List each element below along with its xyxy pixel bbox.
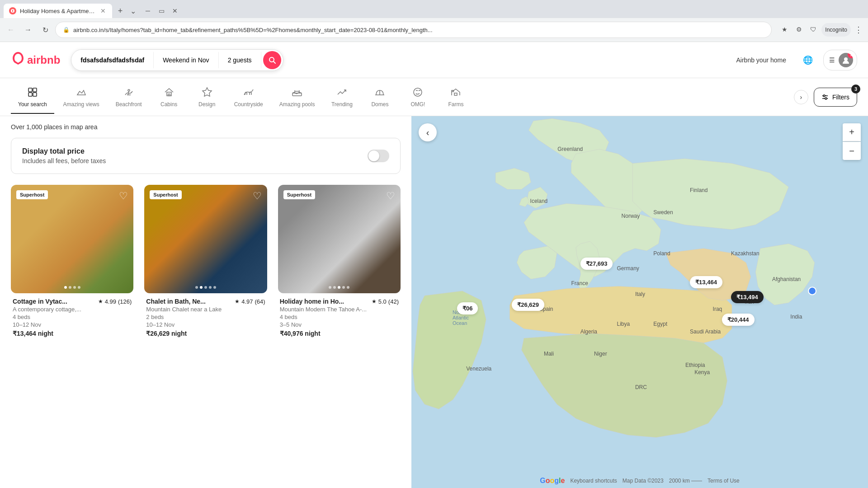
close-btn[interactable]: ✕ — [169, 5, 181, 17]
listing-info: Cottage in Vytac... ★ 4.99 (126) A conte… — [11, 293, 133, 342]
map-label-italy: Italy — [635, 291, 645, 297]
filters-btn[interactable]: Filters 3 — [814, 88, 857, 107]
map-price-tag[interactable]: ₹06 — [457, 302, 478, 314]
map-label-france: France — [571, 280, 588, 286]
category-amazing-views[interactable]: Amazing views — [56, 80, 107, 114]
url-actions: ★ ⚙ 🛡 Incognito ⋮ — [778, 23, 864, 37]
extension-icon[interactable]: ⚙ — [793, 23, 805, 36]
browser-menu-btn[interactable]: ⋮ — [853, 23, 864, 37]
svg-point-8 — [128, 89, 130, 91]
map-label-libya: Libya — [617, 321, 630, 327]
svg-point-23 — [825, 98, 827, 99]
category-design[interactable]: Design — [189, 80, 225, 114]
url-bar[interactable]: 🔒 airbnb.co.in/s/Italy/homes?tab_id=home… — [55, 22, 772, 38]
category-beachfront[interactable]: Beachfront — [108, 80, 149, 114]
listing-card[interactable]: Superhost ♡ Holiday home in Ho... — [278, 185, 401, 342]
hamburger-icon: ☰ — [829, 56, 835, 64]
language-btn[interactable]: 🌐 — [800, 52, 816, 68]
favorite-btn[interactable]: ♡ — [386, 190, 395, 202]
search-button[interactable] — [263, 51, 281, 69]
favorite-btn[interactable]: ♡ — [253, 190, 262, 202]
minimize-btn[interactable]: ─ — [142, 5, 154, 17]
your-search-label: Your search — [18, 101, 47, 108]
image-dot — [69, 286, 71, 289]
map-price-tag[interactable]: ₹26,629 — [512, 299, 544, 311]
cabins-icon — [164, 86, 175, 99]
incognito-label[interactable]: Incognito — [821, 23, 851, 37]
listing-description: Mountain Modern The Tahoe A-... — [280, 306, 399, 313]
host-link[interactable]: Airbnb your home — [730, 52, 793, 68]
refresh-btn[interactable]: ↻ — [38, 23, 52, 37]
header-right: Airbnb your home 🌐 ☰ 1 — [730, 50, 857, 70]
map-price-tag[interactable]: ₹20,444 — [722, 314, 755, 326]
map-price-tag[interactable]: ₹27,693 — [580, 258, 613, 270]
forward-btn[interactable]: → — [21, 23, 35, 37]
category-cabins[interactable]: Cabins — [151, 80, 187, 114]
image-dots — [329, 286, 349, 289]
price-toggle-switch[interactable] — [368, 150, 389, 162]
image-dot — [333, 286, 336, 289]
active-tab[interactable]: Holiday Homes & Apartment Re... ✕ — [4, 4, 112, 18]
window-controls: ─ ▭ ✕ — [142, 5, 181, 17]
listing-price: ₹40,976 night — [280, 330, 399, 337]
svg-point-3 — [844, 57, 848, 61]
search-guests[interactable]: 2 guests — [219, 52, 261, 68]
filters-label: Filters — [832, 94, 849, 101]
maximize-btn[interactable]: ▭ — [155, 5, 168, 17]
terms-link[interactable]: Terms of Use — [708, 478, 740, 484]
shield-icon[interactable]: 🛡 — [807, 23, 820, 36]
back-btn[interactable]: ← — [4, 23, 18, 37]
svg-rect-6 — [28, 93, 32, 96]
favorite-btn[interactable]: ♡ — [119, 190, 128, 202]
map-price-tag[interactable]: ₹13,464 — [690, 276, 722, 288]
listing-dates: 10–12 Nov — [13, 321, 132, 328]
category-farms[interactable]: Farms — [438, 80, 474, 114]
category-countryside[interactable]: Countryside — [227, 80, 270, 114]
category-omg[interactable]: OMG! — [400, 80, 436, 114]
search-location[interactable]: fdsafsdafsdfadsfsdaf — [71, 52, 154, 68]
map-zoom-in-btn[interactable]: + — [843, 123, 861, 141]
user-avatar: 1 — [839, 53, 853, 67]
superhost-badge: Superhost — [150, 190, 181, 199]
map-price-tag-selected[interactable]: ₹13,494 — [731, 291, 764, 303]
beachfront-label: Beachfront — [116, 101, 142, 108]
listing-beds: 4 beds — [13, 314, 132, 320]
bookmark-icon[interactable]: ★ — [778, 23, 791, 36]
map-label-drc: DRC — [635, 384, 647, 390]
category-your-search[interactable]: Your search — [11, 80, 54, 114]
listing-title: Cottage in Vytac... — [13, 298, 98, 305]
new-tab-btn[interactable]: + — [114, 5, 127, 17]
category-domes[interactable]: Domes — [362, 80, 398, 114]
map-back-btn[interactable]: ‹ — [419, 123, 437, 141]
search-bar[interactable]: fdsafsdafsdfadsfsdaf Weekend in Nov 2 gu… — [71, 49, 283, 71]
category-amazing-pools[interactable]: Amazing pools — [272, 80, 322, 114]
listing-price: ₹13,464 night — [13, 330, 132, 337]
map-background[interactable]: ‹ + − Greenland Iceland Sweden Finland N… — [411, 116, 868, 488]
listing-card[interactable]: Superhost ♡ Chalet in Bath, Ne... — [144, 185, 267, 342]
tab-overflow-btn[interactable]: ⌄ — [130, 7, 136, 15]
category-trending[interactable]: Trending — [324, 80, 360, 114]
star-icon: ★ — [235, 298, 240, 305]
map-attribution: Google Keyboard shortcuts Map Data ©2023… — [540, 477, 740, 485]
listing-card[interactable]: Superhost ♡ Cottage in Vytac... — [11, 185, 133, 342]
search-date[interactable]: Weekend in Nov — [154, 52, 218, 68]
keyboard-shortcuts[interactable]: Keyboard shortcuts — [570, 478, 617, 484]
category-arrow-btn[interactable]: › — [794, 90, 808, 104]
price-toggle-title: Display total price — [22, 147, 106, 155]
map-label-afghanistan: Afghanistan — [772, 276, 801, 282]
tab-close-btn[interactable]: ✕ — [99, 6, 107, 15]
user-menu-btn[interactable]: ☰ 1 — [823, 50, 857, 70]
listing-image: Superhost ♡ — [144, 185, 267, 293]
countryside-label: Countryside — [234, 101, 263, 108]
map-label-greenland: Greenland — [557, 146, 583, 152]
listings-panel: Over 1,000 places in map area Display to… — [0, 116, 411, 488]
map-label-india: India — [790, 314, 802, 320]
map-label-sweden: Sweden — [653, 209, 673, 216]
tab-favicon — [9, 7, 16, 14]
map-label-norway: Norway — [622, 213, 640, 219]
map-label-ethiopia: Ethiopia — [685, 362, 705, 368]
map-zoom-out-btn[interactable]: − — [843, 142, 861, 160]
lock-icon: 🔒 — [63, 27, 70, 33]
listing-image: Superhost ♡ — [278, 185, 401, 293]
logo[interactable]: airbnb — [11, 51, 60, 69]
